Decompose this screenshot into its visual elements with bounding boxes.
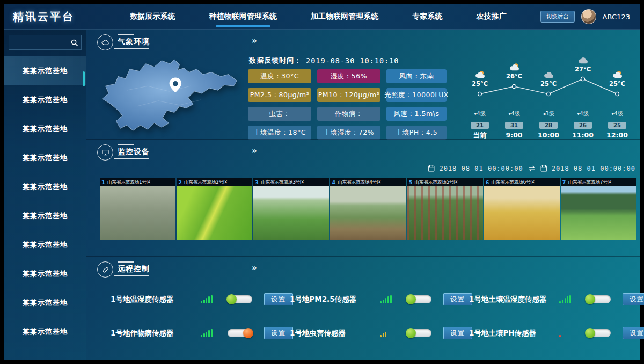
username: ABC123 bbox=[603, 13, 630, 21]
settings-button[interactable]: 设置 bbox=[623, 327, 644, 339]
search-input[interactable] bbox=[9, 35, 67, 49]
camera-number: 3 bbox=[255, 179, 259, 185]
camera-name: 山东省示范农场4号区 bbox=[338, 179, 382, 186]
sidebar-scrollbar[interactable] bbox=[83, 71, 85, 86]
date-from-picker[interactable]: 2018-08-01 00:00:00 bbox=[439, 165, 523, 172]
sensor-toggle[interactable] bbox=[228, 295, 252, 303]
forecast-badge: 28 bbox=[539, 122, 558, 129]
sidebar-item-base[interactable]: 某某示范基地 bbox=[4, 56, 86, 85]
section-title: 气象环境 bbox=[118, 36, 150, 49]
sensor-toggle[interactable] bbox=[407, 329, 431, 337]
sidebar-item-base[interactable]: 某某示范基地 bbox=[4, 114, 86, 143]
sensor-row: 1号地作物病传感器 设置 bbox=[111, 327, 286, 339]
sensor-row: 1号地PM2.5传感器 设置 bbox=[290, 293, 465, 305]
avatar[interactable] bbox=[581, 9, 596, 24]
main-panel: 气象环境 » bbox=[86, 30, 640, 360]
top-nav: 精讯云平台 数据展示系统 种植物联网管理系统 加工物联网管理系统 专家系统 农技… bbox=[4, 4, 640, 30]
nav-item-agritech[interactable]: 农技推广 bbox=[474, 4, 509, 29]
stat-chip-soil-humidity: 土壤湿度：72% bbox=[317, 126, 380, 140]
sidebar: 某某示范基地 某某示范基地 某某示范基地 某某示范基地 某某示范基地 某某示范基… bbox=[4, 30, 86, 360]
nav-item-processing-iot[interactable]: 加工物联网管理系统 bbox=[309, 4, 380, 29]
camera-video-thumbnail bbox=[407, 186, 483, 240]
search-icon[interactable] bbox=[67, 35, 81, 49]
base-list: 某某示范基地 某某示范基地 某某示范基地 某某示范基地 某某示范基地 某某示范基… bbox=[4, 56, 86, 346]
camera-number: 7 bbox=[562, 179, 566, 185]
nav-right: 切换后台 ABC123 bbox=[540, 9, 640, 24]
stat-chip-soil-temperature: 土壤温度：18°C bbox=[248, 126, 311, 140]
forecast-temp: 26°C bbox=[506, 72, 522, 80]
camera-name: 山东省示范农场2号区 bbox=[184, 179, 228, 186]
sensor-row: 1号地土壤PH传感器 设置 bbox=[469, 327, 644, 339]
camera-tile[interactable]: 6山东省示范农场6号区 bbox=[484, 178, 560, 240]
nav-item-expert[interactable]: 专家系统 bbox=[410, 4, 444, 29]
expand-more-icon[interactable]: » bbox=[252, 263, 257, 273]
section-title: 监控设备 bbox=[118, 146, 150, 159]
signal-icon bbox=[380, 329, 392, 337]
stat-chip-pm10: PM10：120μg/m³ bbox=[317, 88, 380, 102]
settings-button[interactable]: 设置 bbox=[443, 327, 472, 339]
swap-icon bbox=[528, 164, 536, 174]
nav-item-data-display[interactable]: 数据展示系统 bbox=[128, 4, 177, 29]
weather-icon bbox=[473, 70, 487, 79]
camera-tile[interactable]: 3山东省示范农场3号区 bbox=[253, 178, 329, 240]
settings-button[interactable]: 设置 bbox=[264, 293, 293, 305]
sidebar-item-base[interactable]: 某某示范基地 bbox=[4, 317, 86, 346]
forecast-wind-row: ▾4级 ▾4级 ◂3级 ▾4级 ▾4级 bbox=[463, 110, 634, 118]
switch-backend-button[interactable]: 切换后台 bbox=[540, 11, 575, 23]
camera-tile[interactable]: 7山东省示范农场7号区 bbox=[561, 178, 636, 240]
sensor-toggle[interactable] bbox=[407, 295, 431, 303]
forecast-temp: 25°C bbox=[472, 80, 488, 88]
camera-tile[interactable]: 2山东省示范农场2号区 bbox=[177, 178, 252, 240]
settings-button[interactable]: 设置 bbox=[264, 327, 293, 339]
camera-tile[interactable]: 1山东省示范农场1号区 bbox=[100, 178, 175, 240]
stat-chip-pm25: PM2.5：80μg/m³ bbox=[248, 88, 311, 102]
camera-tile[interactable]: 4山东省示范农场4号区 bbox=[330, 178, 406, 240]
weather-section: 气象环境 » bbox=[86, 30, 640, 139]
sidebar-item-base[interactable]: 某某示范基地 bbox=[4, 85, 86, 114]
camera-name: 山东省示范农场5号区 bbox=[414, 179, 458, 186]
forecast-wind: ▾4级 bbox=[497, 110, 531, 118]
sensor-name: 1号地温湿度传感器 bbox=[111, 295, 195, 304]
sensor-toggle[interactable] bbox=[228, 329, 252, 337]
app: 精讯云平台 数据展示系统 种植物联网管理系统 加工物联网管理系统 专家系统 农技… bbox=[4, 4, 640, 360]
sensor-toggle[interactable] bbox=[586, 295, 611, 303]
weather-icon bbox=[507, 63, 521, 72]
monitor-section: 监控设备 » 2018-08-01 00:00:00 2018-08-01 00… bbox=[86, 139, 640, 256]
weather-forecast: 25°C 26°C 25°C bbox=[463, 53, 634, 140]
settings-button[interactable]: 设置 bbox=[443, 293, 472, 305]
sidebar-item-base[interactable]: 某某示范基地 bbox=[4, 172, 86, 201]
camera-video-thumbnail bbox=[484, 186, 560, 240]
camera-name: 山东省示范农场1号区 bbox=[107, 179, 151, 186]
expand-more-icon[interactable]: » bbox=[252, 36, 257, 46]
camera-video-thumbnail bbox=[330, 186, 406, 240]
camera-video-thumbnail bbox=[253, 186, 329, 240]
sensor-row: 1号地土壤温湿度传感器 设置 bbox=[469, 293, 644, 305]
sidebar-item-base[interactable]: 某某示范基地 bbox=[4, 230, 86, 259]
forecast-temp: 27°C bbox=[575, 65, 591, 73]
stat-chip-wind-direction: 风向：东南 bbox=[386, 69, 447, 83]
date-to-picker[interactable]: 2018-08-01 00:00:00 bbox=[552, 165, 635, 172]
calendar-icon bbox=[540, 164, 547, 174]
sensor-toggle[interactable] bbox=[586, 329, 611, 337]
province-map bbox=[94, 53, 244, 138]
forecast-temp: 25°C bbox=[540, 80, 557, 88]
sensor-name: 1号地虫害传感器 bbox=[290, 329, 375, 338]
forecast-wind: ▾4级 bbox=[566, 110, 600, 118]
weather-icon bbox=[541, 70, 555, 79]
nav-item-planting-iot[interactable]: 种植物联网管理系统 bbox=[207, 4, 279, 29]
sidebar-item-base[interactable]: 某某示范基地 bbox=[4, 259, 86, 288]
sensor-row: 1号地温湿度传感器 设置 bbox=[111, 293, 286, 305]
signal-icon bbox=[559, 329, 571, 337]
forecast-badge-row: 21 31 28 26 25 bbox=[463, 119, 634, 129]
sidebar-item-base[interactable]: 某某示范基地 bbox=[4, 201, 86, 230]
forecast-badge: 21 bbox=[471, 122, 489, 129]
camera-video-thumbnail bbox=[177, 186, 252, 240]
sidebar-item-base[interactable]: 某某示范基地 bbox=[4, 288, 86, 317]
expand-more-icon[interactable]: » bbox=[252, 146, 257, 156]
camera-tile[interactable]: 5山东省示范农场5号区 bbox=[407, 178, 483, 240]
camera-number: 1 bbox=[101, 179, 105, 185]
sensor-name: 1号地作物病传感器 bbox=[111, 329, 195, 338]
sidebar-item-base[interactable]: 某某示范基地 bbox=[4, 143, 86, 172]
forecast-wind: ▾4级 bbox=[463, 110, 497, 118]
settings-button[interactable]: 设置 bbox=[623, 293, 644, 305]
